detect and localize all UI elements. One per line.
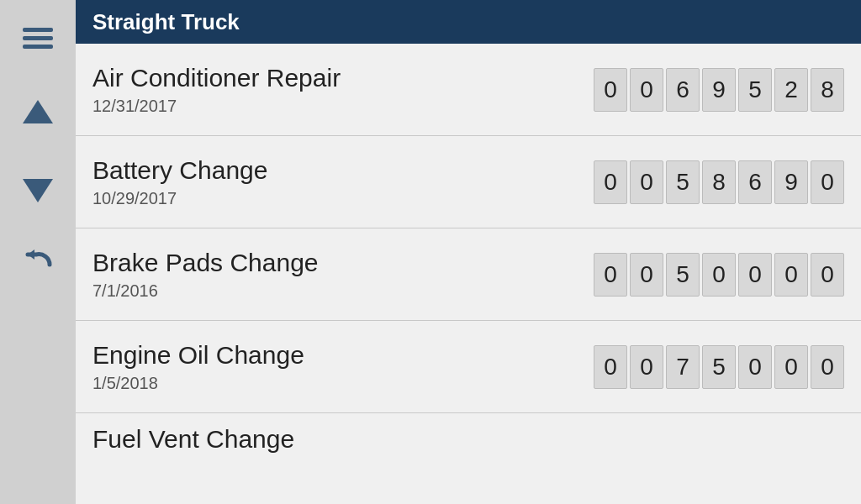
svg-marker-4: [23, 179, 53, 202]
maintenance-list: Air Conditioner Repair12/31/20170069528B…: [76, 44, 861, 504]
odometer-digit: 0: [774, 345, 808, 389]
item-date: 12/31/2017: [92, 97, 341, 116]
odometer-digit: 0: [630, 160, 663, 204]
item-date: 7/1/2016: [92, 281, 319, 301]
item-date: 10/29/2017: [92, 189, 267, 208]
odometer-digit: 0: [594, 68, 627, 112]
odometer-digit: 5: [666, 253, 700, 297]
page-title: Straight Truck: [92, 9, 240, 35]
odometer-digit: 0: [738, 253, 772, 297]
item-date: 1/5/2018: [92, 374, 304, 393]
odometer-digit: 8: [811, 68, 844, 112]
odometer-digit: 6: [738, 160, 772, 204]
list-item[interactable]: Air Conditioner Repair12/31/20170069528: [76, 44, 861, 136]
odometer-digit: 0: [811, 160, 844, 204]
item-title: Battery Change: [92, 155, 267, 186]
odometer-digit: 0: [738, 345, 772, 389]
svg-marker-3: [23, 100, 53, 123]
list-item[interactable]: Engine Oil Change1/5/20180075000: [76, 321, 861, 413]
item-title: Fuel Vent Change: [92, 425, 294, 454]
odometer-digit: 0: [630, 68, 663, 112]
svg-marker-5: [28, 249, 34, 260]
item-title: Brake Pads Change: [92, 248, 319, 278]
list-item[interactable]: Battery Change10/29/20170058690: [76, 136, 861, 228]
odometer-digit: 8: [702, 160, 736, 204]
list-item[interactable]: Fuel Vent Change: [76, 413, 861, 472]
svg-rect-0: [23, 28, 53, 32]
odometer-digit: 0: [774, 253, 808, 297]
menu-button[interactable]: [0, 0, 76, 76]
main-content: Straight Truck Air Conditioner Repair12/…: [76, 0, 861, 504]
odometer-digit: 6: [666, 68, 700, 112]
odometer-digit: 0: [811, 253, 844, 297]
odometer-display: 0050000: [594, 253, 844, 297]
sidebar: [0, 0, 76, 504]
down-button[interactable]: [0, 151, 76, 227]
page-header: Straight Truck: [76, 0, 861, 44]
odometer-digit: 0: [594, 160, 627, 204]
odometer-digit: 0: [630, 345, 663, 389]
item-title: Air Conditioner Repair: [92, 63, 341, 93]
odometer-digit: 5: [738, 68, 772, 112]
odometer-digit: 0: [594, 345, 627, 389]
svg-rect-1: [23, 36, 53, 40]
item-title: Engine Oil Change: [92, 340, 304, 370]
odometer-digit: 9: [774, 160, 808, 204]
odometer-digit: 9: [702, 68, 736, 112]
odometer-digit: 5: [702, 345, 736, 389]
back-button[interactable]: [0, 227, 76, 302]
odometer-digit: 7: [666, 345, 700, 389]
odometer-display: 0058690: [594, 160, 844, 204]
list-item[interactable]: Brake Pads Change7/1/20160050000: [76, 228, 861, 321]
odometer-display: 0069528: [594, 68, 844, 112]
svg-rect-2: [23, 45, 53, 49]
odometer-digit: 0: [811, 345, 844, 389]
odometer-digit: 0: [594, 253, 627, 297]
odometer-digit: 0: [702, 253, 736, 297]
odometer-digit: 2: [774, 68, 808, 112]
up-button[interactable]: [0, 76, 76, 151]
odometer-digit: 5: [666, 160, 700, 204]
odometer-digit: 0: [630, 253, 663, 297]
odometer-display: 0075000: [594, 345, 844, 389]
